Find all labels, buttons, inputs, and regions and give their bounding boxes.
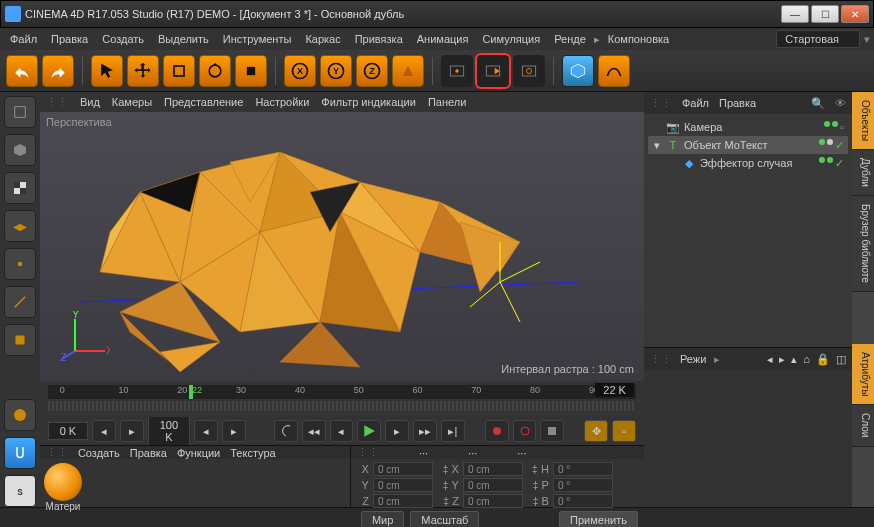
undo-button[interactable] [6,55,38,87]
select-tool[interactable] [91,55,123,87]
apply-button[interactable]: Применить [559,511,638,527]
rot-h[interactable] [553,462,613,476]
primitive-button[interactable] [562,55,594,87]
keyopt-button[interactable] [540,420,564,442]
menu-tools[interactable]: Инструменты [217,31,298,47]
goto-end-button[interactable]: ▸| [441,420,465,442]
prev-key-button[interactable]: ◂◂ [302,420,326,442]
render-view-button[interactable] [441,55,473,87]
snap-button[interactable] [4,437,36,469]
render-settings-button[interactable] [513,55,545,87]
next-key-button[interactable]: ▸▸ [413,420,437,442]
mat-edit[interactable]: Правка [130,447,167,459]
make-editable-button[interactable] [4,96,36,128]
pos-x[interactable] [373,462,433,476]
menu-edit[interactable]: Правка [45,31,94,47]
autokey-button[interactable] [513,420,537,442]
move-key-button[interactable]: ✥ [584,420,608,442]
layout-selector[interactable]: Стартовая [776,30,860,48]
pos-z[interactable] [373,494,433,508]
nav-up-icon[interactable]: ▴ [791,353,797,366]
recent-tool[interactable] [235,55,267,87]
timeline[interactable]: 0 10 20 22 30 40 50 60 70 80 90 22 K [40,381,644,417]
vp-cameras[interactable]: Камеры [112,96,152,108]
goto-start-button[interactable] [274,420,298,442]
mat-create[interactable]: Создать [78,447,120,459]
vp-filter[interactable]: Фильтр индикации [321,96,416,108]
home-icon[interactable]: ⌂ [803,353,810,366]
minimize-button[interactable]: — [781,5,809,23]
viewport[interactable]: Перспектива [40,112,644,381]
prev-range2-icon[interactable]: ◂ [194,420,218,442]
size-z[interactable] [463,494,523,508]
coord-system-button[interactable] [392,55,424,87]
poly-mode-button[interactable] [4,324,36,356]
spline-button[interactable] [598,55,630,87]
lock-icon[interactable]: 🔒 [816,353,830,366]
menu-snap[interactable]: Привязка [349,31,409,47]
world-button[interactable]: Мир [361,511,404,527]
size-x[interactable] [463,462,523,476]
maximize-button[interactable]: ☐ [811,5,839,23]
menu-animation[interactable]: Анимация [411,31,475,47]
vp-display[interactable]: Представление [164,96,243,108]
scale-key-button[interactable]: ▫ [612,420,636,442]
coord-h2[interactable]: ··· [517,447,526,459]
material-preview[interactable] [44,463,82,501]
start-frame[interactable]: 0 K [48,422,88,440]
menu-simulation[interactable]: Симуляция [476,31,546,47]
next-frame-button[interactable]: ▸ [385,420,409,442]
menu-create[interactable]: Создать [96,31,150,47]
object-tree[interactable]: 📷 Камера ▫ ▾ T Объект МоТекст ✓ ◆ Эффект… [644,114,852,347]
menu-layout[interactable]: Компоновка [602,31,675,47]
coord-h1[interactable]: ··· [468,447,477,459]
menu-mesh[interactable]: Каркас [299,31,346,47]
point-mode-button[interactable] [4,248,36,280]
vp-view[interactable]: Вид [80,96,100,108]
move-tool[interactable] [127,55,159,87]
coord-h0[interactable]: ··· [419,447,428,459]
nav-back-icon[interactable]: ◂ [767,353,773,366]
texture-mode-button[interactable] [4,172,36,204]
menu-select[interactable]: Выделить [152,31,215,47]
menu-render[interactable]: Ренде [548,31,592,47]
material-name[interactable]: Матери [45,501,80,512]
workplane-button[interactable] [4,210,36,242]
render-picture-button[interactable] [477,55,509,87]
pos-y[interactable] [373,478,433,492]
tweak-button[interactable] [4,399,36,431]
rot-p[interactable] [553,478,613,492]
mat-tex[interactable]: Текстура [230,447,275,459]
symmetry-button[interactable]: S [4,475,36,507]
edge-mode-button[interactable] [4,286,36,318]
record-button[interactable] [485,420,509,442]
tab-attributes[interactable]: Атрибуты [852,344,874,405]
model-mode-button[interactable] [4,134,36,166]
size-y[interactable] [463,478,523,492]
redo-button[interactable] [42,55,74,87]
new-icon[interactable]: ◫ [836,353,846,366]
rot-b[interactable] [553,494,613,508]
obj-eye-icon[interactable]: 👁 [835,97,846,109]
mat-func[interactable]: Функции [177,447,220,459]
tab-layers[interactable]: Слои [852,405,874,446]
close-button[interactable]: ✕ [841,5,869,23]
scale-button[interactable]: Масштаб [410,511,479,527]
obj-edit[interactable]: Правка [719,97,756,109]
next-range2-icon[interactable]: ▸ [222,420,246,442]
vp-options[interactable]: Настройки [255,96,309,108]
z-axis-button[interactable]: Z [356,55,388,87]
end-frame[interactable]: 100 K [148,416,191,446]
layout-dropdown-icon[interactable]: ▾ [864,33,870,46]
x-axis-button[interactable]: X [284,55,316,87]
rotate-tool[interactable] [199,55,231,87]
prev-frame-button[interactable]: ◂ [330,420,354,442]
obj-search-icon[interactable]: 🔍 [811,97,825,110]
nav-fwd-icon[interactable]: ▸ [779,353,785,366]
scale-tool[interactable] [163,55,195,87]
tab-browser[interactable]: Брузер библиоте [852,196,874,292]
tab-takes[interactable]: Дубли [852,150,874,196]
next-range-icon[interactable]: ▸ [120,420,144,442]
menu-file[interactable]: Файл [4,31,43,47]
vp-panels[interactable]: Панели [428,96,466,108]
